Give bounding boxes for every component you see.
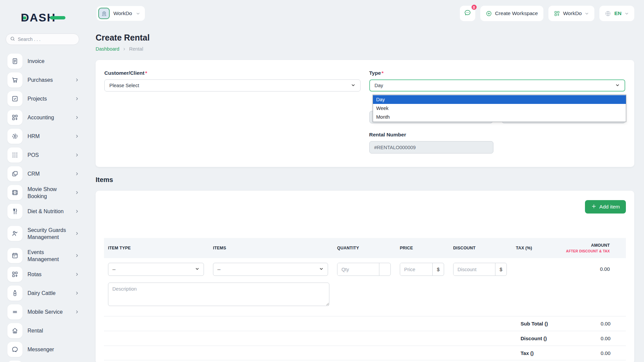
chevron-right-icon (75, 172, 79, 176)
price-input[interactable] (400, 263, 432, 276)
sidebar-item[interactable]: Dairy Cattle (7, 286, 87, 301)
sidebar-item[interactable]: Diet & Nutrition (7, 204, 87, 219)
search-input[interactable] (18, 37, 75, 42)
language-selector[interactable]: EN (599, 6, 634, 21)
type-dropdown-option[interactable]: Day (373, 95, 626, 104)
apps-menu-button[interactable]: WorkDo (548, 6, 595, 21)
chevron-right-icon (75, 291, 79, 295)
sidebar-item[interactable]: Movie Show Booking (7, 185, 87, 200)
items-select[interactable]: -- (213, 263, 328, 276)
messages-button[interactable]: 0 (460, 6, 475, 21)
sidebar-item[interactable]: Messenger (7, 342, 87, 357)
film-icon (7, 185, 22, 200)
col-header-item-type: ITEM TYPE (108, 246, 204, 250)
breadcrumb-dashboard-link[interactable]: Dashboard (96, 46, 119, 52)
sidebar-item-label: POS (28, 152, 72, 159)
items-heading: Items (96, 176, 634, 184)
discount-input-group: $ (453, 263, 507, 276)
apps-menu-label: WorkDo (563, 10, 582, 16)
rental-form-card: Customer/Client* Please Select Type* Day (96, 60, 634, 167)
totals-value: 0.00 (584, 336, 626, 341)
create-workspace-label: Create Workspace (495, 10, 538, 16)
sidebar-item-label: Projects (28, 95, 72, 102)
sidebar-item[interactable]: Rotas (7, 267, 87, 282)
messages-badge: 0 (471, 4, 477, 10)
sidebar-item[interactable]: Accounting (7, 110, 87, 125)
invoice-file-icon (7, 54, 22, 69)
sidebar-item[interactable]: Invoice (7, 54, 87, 69)
items-card: Add item ITEM TYPE ITEMS QUANTITY PRICE … (96, 191, 634, 362)
sidebar-item[interactable]: HRM (7, 129, 87, 144)
discount-input[interactable] (453, 263, 495, 276)
totals-label: Tax () (521, 350, 584, 356)
items-table-header: ITEM TYPE ITEMS QUANTITY PRICE DISCOUNT … (104, 238, 626, 258)
chevron-down-icon (136, 11, 140, 16)
workspace-selector[interactable]: WorkDo (97, 6, 145, 21)
main-area: WorkDo 0 Create Workspace WorkDo (87, 0, 644, 362)
check-square-icon (7, 91, 22, 106)
workspace-name: WorkDo (113, 10, 132, 16)
apps-grid-icon (554, 10, 560, 17)
chevron-right-icon (75, 115, 79, 120)
price-currency-suffix: $ (432, 263, 444, 276)
quantity-suffix (379, 263, 390, 276)
sidebar-item-label: Dairy Cattle (28, 290, 72, 297)
type-select[interactable]: Day (369, 79, 626, 92)
grid-plus-icon (7, 267, 22, 282)
quantity-input[interactable] (337, 263, 379, 276)
chevron-right-icon (122, 47, 126, 51)
sidebar-item[interactable]: Rental (7, 323, 87, 338)
logo-green-bar (50, 16, 65, 19)
price-input-group: $ (400, 263, 444, 276)
customer-select[interactable]: Please Select (104, 79, 361, 92)
sidebar-item[interactable]: POS (7, 147, 87, 163)
sidebar-search[interactable] (6, 34, 79, 45)
totals-value: 0.00 (584, 321, 626, 326)
totals-row: Tax () 0.00 (104, 346, 626, 360)
totals-section: Sub Total () 0.00 Discount () 0.00 Tax (… (104, 316, 626, 360)
sidebar-item-label: Diet & Nutrition (28, 208, 72, 215)
type-dropdown-option[interactable]: Month (373, 113, 626, 121)
discount-currency-suffix: $ (495, 263, 506, 276)
plus-icon (591, 203, 597, 210)
chevron-down-icon (615, 83, 620, 88)
crosshair-user-icon (7, 129, 22, 144)
home-icon (7, 323, 22, 338)
sidebar-item[interactable]: Mobile Service (7, 304, 87, 319)
item-type-select[interactable]: -- (108, 263, 204, 276)
bottle-icon (7, 286, 22, 301)
search-icon (10, 36, 15, 43)
chevron-down-icon (585, 11, 589, 16)
customer-select-value: Please Select (109, 83, 139, 88)
message-bubble-icon (464, 9, 471, 18)
sidebar-item-label: Accounting (28, 114, 72, 121)
description-textarea[interactable] (108, 283, 329, 306)
sidebar-item[interactable]: Garage/Workshop (7, 361, 87, 362)
totals-row: Sub Total () 0.00 (104, 316, 626, 331)
sidebar-item[interactable]: Purchases (7, 72, 87, 87)
sidebar-item[interactable]: Projects (7, 91, 87, 106)
amount-note: AFTER DISCOUNT & TAX (565, 249, 610, 253)
chevron-right-icon (75, 310, 79, 314)
col-header-tax: TAX (%) (516, 246, 556, 250)
chevron-right-icon (75, 272, 79, 277)
sidebar-item[interactable]: Security Guards Management (7, 223, 87, 244)
row-amount-value: 0.00 (565, 263, 622, 272)
chevron-right-icon (75, 153, 79, 157)
language-label: EN (614, 10, 622, 16)
sidebar-item-label: Messenger (28, 346, 72, 353)
breadcrumb-current: Rental (129, 46, 143, 52)
sidebar-item[interactable]: CRM (7, 166, 87, 181)
topbar-right: 0 Create Workspace WorkDo EN (460, 6, 634, 21)
globe-icon (605, 10, 611, 17)
create-workspace-button[interactable]: Create Workspace (480, 6, 543, 21)
chevron-right-icon (75, 253, 79, 258)
totals-label: Discount () (521, 336, 584, 341)
col-header-amount: AMOUNT AFTER DISCOUNT & TAX (565, 243, 622, 253)
sidebar-item-label: Rotas (28, 271, 72, 278)
chevron-down-icon (195, 266, 200, 272)
sidebar-item[interactable]: Events Management (7, 248, 87, 263)
type-dropdown-option[interactable]: Week (373, 104, 626, 113)
sidebar-item-label: Purchases (28, 76, 72, 83)
add-item-button[interactable]: Add item (585, 200, 626, 214)
